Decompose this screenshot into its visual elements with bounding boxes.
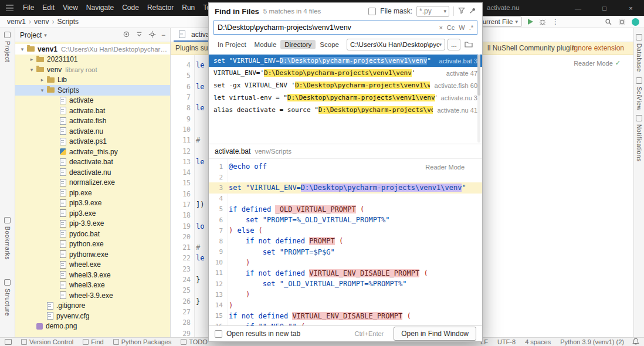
breadcrumb-item-venv[interactable]: venv xyxy=(34,18,49,26)
maximize-button[interactable]: □ xyxy=(591,0,618,16)
whole-words-toggle[interactable]: W xyxy=(459,24,465,31)
statusbar-find[interactable]: Find xyxy=(83,338,103,345)
clear-search-icon[interactable]: × xyxy=(439,24,442,31)
tool-windows-toggle-icon[interactable] xyxy=(5,339,12,345)
search-input[interactable] xyxy=(218,23,435,32)
file-mask-select[interactable]: *.py▾ xyxy=(416,6,449,17)
menu-item-code[interactable]: Code xyxy=(118,0,143,16)
directory-select[interactable]: C:\Users\Xu Han\Desktop\pycharm-pr▾ xyxy=(347,39,445,50)
panel-settings-gear-icon[interactable] xyxy=(148,30,156,40)
results-scrollbar[interactable] xyxy=(477,55,480,143)
debug-icon[interactable] xyxy=(539,18,546,25)
tree-item-lib[interactable]: ▸Lib xyxy=(15,75,170,86)
tree-item-wheel3-exe[interactable]: wheel3.exe xyxy=(15,280,170,291)
chevron-down-icon[interactable]: ▾ xyxy=(19,46,26,52)
tree-item-activate-this-py[interactable]: activate_this.py xyxy=(15,147,170,157)
tool-button-notifications[interactable]: Notifications xyxy=(634,115,644,162)
tree-item-pydoc-bat[interactable]: pydoc.bat xyxy=(15,229,170,239)
tree-item-venv1[interactable]: ▾venv1C:\Users\Xu Han\Desktop\pycharm-pr… xyxy=(15,44,170,55)
tree-item-demo-png[interactable]: demo.png xyxy=(15,321,170,332)
tool-button-database[interactable]: Database xyxy=(634,34,644,72)
app-menu-icon[interactable] xyxy=(6,5,13,11)
collapse-all-button[interactable] xyxy=(135,30,143,40)
search-result-row[interactable]: set "VIRTUAL_ENV=D:\Desktop\pycharm-proj… xyxy=(209,55,482,67)
tool-button-project[interactable]: Project xyxy=(0,32,15,62)
statusbar-version-control[interactable]: Version Control xyxy=(21,338,73,345)
statusbar-python-packages[interactable]: Python Packages xyxy=(113,338,172,345)
search-result-row[interactable]: alias deactivate = source "D:\Desktop\py… xyxy=(209,104,482,116)
close-button[interactable]: × xyxy=(618,0,644,16)
tree-item-python-exe[interactable]: python.exe xyxy=(15,239,170,250)
tree-item-venv[interactable]: ▾venvlibrary root xyxy=(15,65,170,75)
tree-item-deactivate-bat[interactable]: deactivate.bat xyxy=(15,157,170,168)
tree-item-pyvenv-cfg[interactable]: pyvenv.cfg xyxy=(15,311,170,321)
scrollbar-thumb[interactable] xyxy=(477,55,480,96)
search-everywhere-icon[interactable] xyxy=(605,18,612,26)
tool-button-bookmarks[interactable]: Bookmarks xyxy=(0,217,15,260)
scope-tab-module[interactable]: Module xyxy=(250,40,281,49)
tree-item-activate-fish[interactable]: activate.fish xyxy=(15,116,170,127)
menu-item-file[interactable]: File xyxy=(19,0,38,16)
statusbar-python-3-9-venv1-2[interactable]: Python 3.9 (venv1) (2) xyxy=(560,338,624,345)
tree-item-deactivate-nu[interactable]: deactivate.nu xyxy=(15,167,170,178)
run-button[interactable] xyxy=(528,19,533,25)
chevron-right-icon[interactable]: ▸ xyxy=(28,56,35,62)
search-result-row[interactable]: set -gx VIRTUAL_ENV 'D:\Desktop\pycharm-… xyxy=(209,79,482,91)
search-result-row[interactable]: let virtual-env = "D:\Desktop\pycharm-pr… xyxy=(209,91,482,104)
statusbar-utf-8[interactable]: UTF-8 xyxy=(497,338,516,345)
regex-toggle[interactable]: .* xyxy=(469,24,473,31)
profile-avatar[interactable] xyxy=(632,18,639,26)
chevron-down-icon[interactable]: ▾ xyxy=(44,32,47,38)
menu-item-edit[interactable]: Edit xyxy=(38,0,59,16)
menu-item-refactor[interactable]: Refactor xyxy=(143,0,178,16)
tree-item-pythonw-exe[interactable]: pythonw.exe xyxy=(15,249,170,260)
hide-panel-button[interactable]: − xyxy=(161,31,165,39)
filter-funnel-icon[interactable] xyxy=(458,7,465,16)
pin-dialog-icon[interactable] xyxy=(469,7,476,16)
tree-item-scripts[interactable]: ▾Scripts xyxy=(15,85,170,96)
chevron-down-icon[interactable]: ▾ xyxy=(39,87,46,93)
menu-item-view[interactable]: View xyxy=(59,0,82,16)
match-case-toggle[interactable]: Cc xyxy=(447,24,455,31)
locate-file-button[interactable] xyxy=(123,30,130,40)
file-mask-checkbox[interactable] xyxy=(368,8,376,15)
tree-item-activate-bat[interactable]: activate.bat xyxy=(15,106,170,116)
tree-item-wheel3-9-exe[interactable]: wheel3.9.exe xyxy=(15,270,170,280)
scope-tab-scope[interactable]: Scope xyxy=(316,40,343,49)
tree-item-normalizer-exe[interactable]: normalizer.exe xyxy=(15,178,170,188)
more-actions-icon[interactable]: ⋮ xyxy=(552,18,559,26)
tree-item-activate-ps1[interactable]: activate.ps1 xyxy=(15,137,170,147)
tree-item-activate[interactable]: activate xyxy=(15,96,170,106)
chevron-right-icon[interactable]: ▸ xyxy=(39,77,46,83)
statusbar-todo[interactable]: TODO xyxy=(181,338,208,345)
scope-tab-in-project[interactable]: In Project xyxy=(213,40,250,49)
menu-item-navigate[interactable]: Navigate xyxy=(82,0,118,16)
tool-button-sciview[interactable]: SciView xyxy=(634,77,644,111)
tree-item-gitignore[interactable]: .gitignore xyxy=(15,301,170,311)
search-result-row[interactable]: VIRTUAL_ENV='D:\Desktop\pycharm-projects… xyxy=(209,67,482,79)
tree-item-wheel-exe[interactable]: wheel.exe xyxy=(15,260,170,270)
settings-gear-icon[interactable] xyxy=(618,18,626,26)
tree-item-pip-3-9-exe[interactable]: pip-3.9.exe xyxy=(15,219,170,229)
open-in-find-window-button[interactable]: Open in Find Window xyxy=(394,327,476,341)
tree-item-activate-nu[interactable]: activate.nu xyxy=(15,126,170,137)
breadcrumb-item-scripts[interactable]: Scripts xyxy=(57,18,79,26)
ignore-extension-link[interactable]: Ignore extension xyxy=(572,42,624,55)
minimize-button[interactable]: — xyxy=(565,0,591,16)
tree-item-20231101[interactable]: ▸20231101 xyxy=(15,55,170,65)
breadcrumb-item-venv1[interactable]: venv1 xyxy=(7,18,26,26)
chevron-down-icon[interactable]: ▾ xyxy=(28,67,35,73)
tree-item-pip3-exe[interactable]: pip3.exe xyxy=(15,208,170,219)
tool-button-structure[interactable]: Structure xyxy=(0,279,15,316)
statusbar-4-spaces[interactable]: 4 spaces xyxy=(525,338,551,345)
scope-tab-directory[interactable]: Directory xyxy=(280,40,316,49)
tree-item-pip3-9-exe[interactable]: pip3.9.exe xyxy=(15,198,170,209)
search-recursively-icon[interactable] xyxy=(463,39,474,50)
open-results-new-tab-checkbox[interactable] xyxy=(215,330,222,338)
menu-item-run[interactable]: Run xyxy=(178,0,199,16)
browse-directory-button[interactable]: ... xyxy=(448,39,460,50)
tree-item-wheel-3-9-exe[interactable]: wheel-3.9.exe xyxy=(15,290,170,301)
notifications-bell-icon[interactable] xyxy=(632,338,639,346)
project-view-title[interactable]: Project xyxy=(20,31,42,39)
tree-item-pip-exe[interactable]: pip.exe xyxy=(15,188,170,198)
